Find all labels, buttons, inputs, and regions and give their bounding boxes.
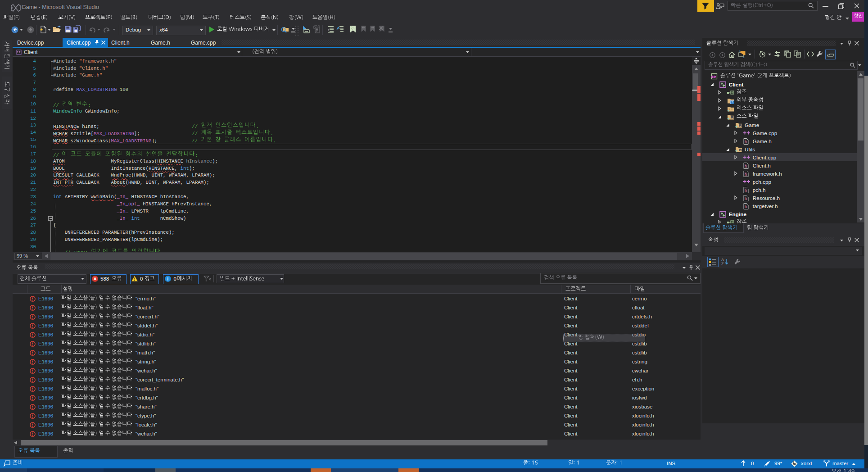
svg-text:h: h bbox=[745, 196, 747, 201]
svg-text:h: h bbox=[745, 172, 747, 177]
svg-text:h: h bbox=[745, 164, 747, 168]
svg-text:h: h bbox=[745, 140, 747, 144]
svg-text:h: h bbox=[745, 188, 747, 193]
svg-text:h: h bbox=[745, 204, 747, 209]
svg-text:Z: Z bbox=[721, 262, 724, 266]
